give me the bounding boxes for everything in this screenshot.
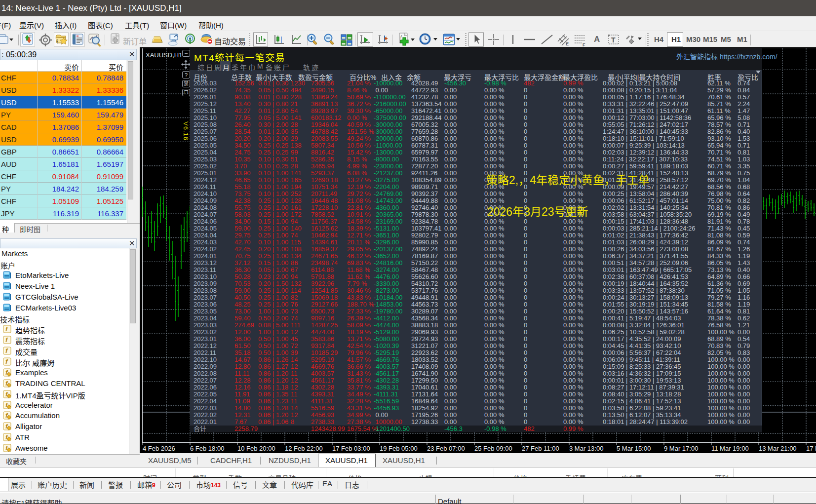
svg-text:T: T xyxy=(611,36,616,44)
svg-text:F: F xyxy=(583,42,585,46)
svg-text:E: E xyxy=(566,41,569,46)
